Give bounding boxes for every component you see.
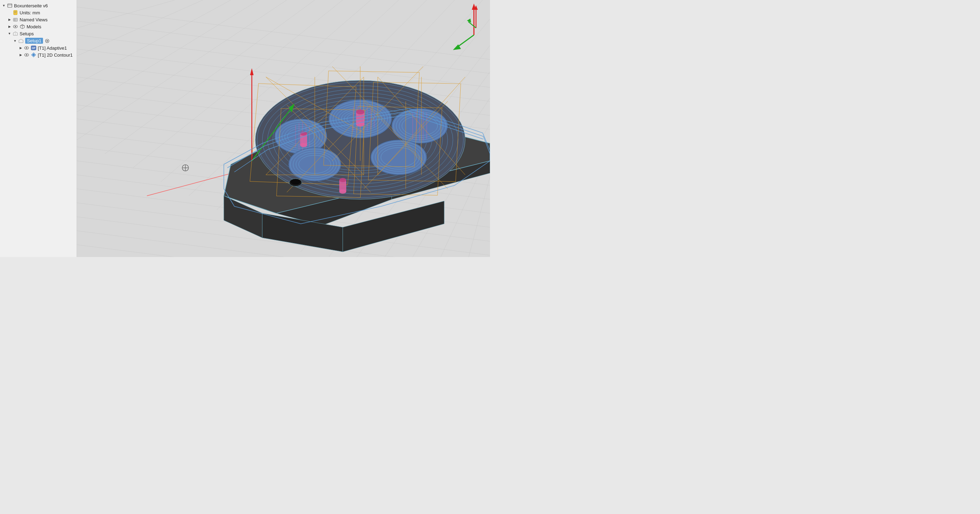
models-arrow[interactable] (7, 24, 12, 29)
contour1-arrow[interactable] (18, 53, 23, 57)
contour1-eye-icon[interactable] (24, 52, 29, 58)
axis-svg (466, 3, 487, 32)
svg-rect-2 (14, 11, 17, 15)
models-icon (19, 24, 25, 29)
svg-point-150 (356, 110, 364, 115)
setups-icon (13, 31, 18, 37)
tree-item-setups[interactable]: Setups (0, 30, 76, 37)
root-label: Boxunterseite v6 (14, 3, 48, 8)
tree-item-named-views[interactable]: Named Views (0, 16, 76, 23)
named-views-arrow[interactable] (7, 17, 12, 22)
named-views-icon (13, 17, 18, 22)
units-label: Units: mm (19, 10, 40, 15)
adaptive1-eye-icon[interactable] (24, 45, 29, 51)
models-label: Models (27, 24, 41, 29)
named-views-label: Named Views (19, 17, 48, 22)
svg-point-12 (46, 40, 48, 41)
viewport-svg (77, 0, 490, 257)
setup1-icon (18, 38, 24, 44)
setups-arrow[interactable] (7, 31, 12, 36)
tree-item-setup1[interactable]: Setup1 (0, 37, 76, 45)
svg-point-158 (291, 179, 301, 185)
tree-item-models[interactable]: Models (0, 23, 76, 30)
svg-line-178 (468, 22, 476, 28)
setup1-arrow[interactable] (13, 38, 18, 43)
tree-item-adaptive1[interactable]: OP [T1] Adaptive1 (0, 45, 76, 51)
root-arrow[interactable] (2, 3, 6, 8)
svg-marker-177 (474, 5, 478, 10)
contour1-label: [T1] 2D Contour1 (38, 53, 73, 58)
svg-point-14 (26, 47, 27, 49)
tree-panel: Boxunterseite v6 Units: mm Named Views (0, 0, 77, 257)
viewport-3d[interactable] (77, 0, 490, 257)
svg-text:OP: OP (32, 47, 35, 49)
setup1-label: Setup1 (25, 38, 43, 44)
svg-rect-0 (8, 4, 12, 7)
tree-item-units[interactable]: Units: mm (0, 9, 76, 16)
units-icon (13, 10, 18, 15)
svg-point-10 (15, 26, 16, 27)
svg-point-161 (339, 178, 346, 182)
adaptive1-arrow[interactable] (18, 45, 23, 50)
adaptive1-label: [T1] Adaptive1 (38, 45, 67, 51)
svg-rect-7 (13, 18, 15, 21)
adaptive1-op-icon: OP (31, 45, 37, 51)
models-eye-icon[interactable] (13, 24, 18, 29)
axis-indicator (466, 3, 487, 32)
setup1-target-icon (45, 38, 50, 44)
root-icon (7, 3, 13, 8)
setups-label: Setups (19, 31, 33, 37)
svg-point-18 (26, 54, 27, 56)
tree-root[interactable]: Boxunterseite v6 (0, 2, 76, 9)
svg-point-103 (371, 140, 427, 175)
contour1-diamond-icon (31, 52, 37, 58)
tree-item-contour1[interactable]: [T1] 2D Contour1 (0, 51, 76, 58)
